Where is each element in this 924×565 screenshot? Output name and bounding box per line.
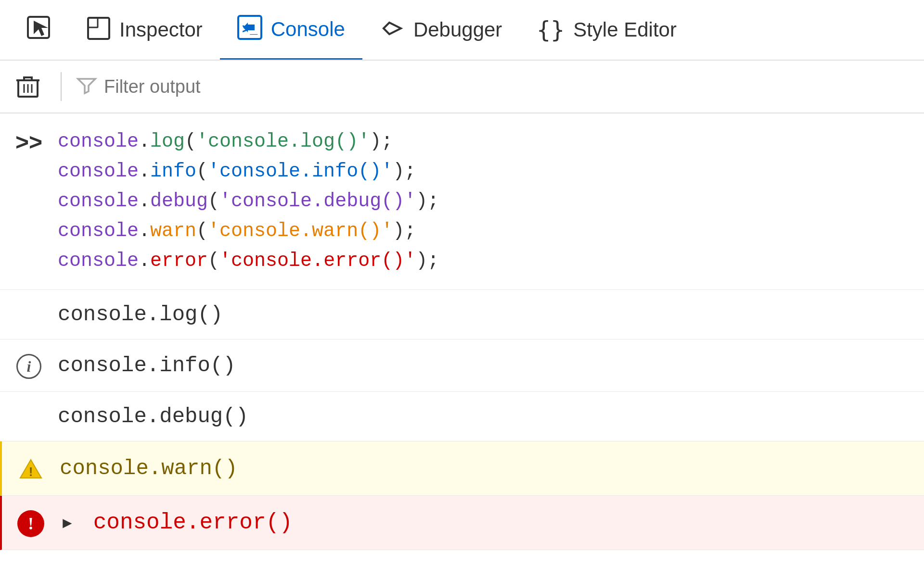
inspector-label: Inspector	[119, 18, 203, 41]
warn-output-text: console.warn()	[60, 456, 238, 480]
devtools-toolbar: Inspector >_ Console Debugger {} Style E…	[0, 0, 924, 61]
svg-rect-2	[88, 18, 98, 27]
expand-error-icon[interactable]: ►	[60, 514, 75, 532]
picker-button[interactable]	[10, 0, 69, 60]
debug-icon-placeholder	[14, 415, 43, 417]
debugger-label: Debugger	[413, 18, 502, 41]
code-line-log: console.log('console.log()');	[58, 127, 439, 157]
input-chevron-icon: >>	[14, 127, 43, 155]
output-error[interactable]: ! ► console.error()	[0, 496, 924, 550]
code-line-error: console.error('console.error()');	[58, 246, 439, 276]
filter-divider	[61, 72, 62, 101]
debugger-tab[interactable]: Debugger	[362, 0, 519, 60]
filter-input[interactable]	[104, 76, 914, 97]
console-output: >> console.log('console.log()'); console…	[0, 113, 924, 565]
code-lines: console.log('console.log()'); console.in…	[58, 127, 439, 276]
code-input-block: >> console.log('console.log()'); console…	[0, 113, 924, 290]
output-debug: console.debug()	[0, 392, 924, 441]
filter-bar	[0, 61, 924, 113]
console-icon: >_	[237, 15, 262, 43]
svg-rect-1	[88, 18, 109, 39]
info-output-text: console.info()	[58, 353, 236, 377]
output-log: console.log()	[0, 290, 924, 339]
info-icon-wrapper: i	[14, 352, 43, 379]
info-circle-icon: i	[16, 354, 41, 379]
log-icon-placeholder	[14, 314, 43, 315]
warning-triangle-icon: !	[17, 456, 44, 483]
main-content: >> console.log('console.log()'); console…	[0, 61, 924, 565]
inspector-tab[interactable]: Inspector	[69, 0, 220, 60]
style-editor-tab[interactable]: {} Style Editor	[519, 0, 694, 60]
inspector-icon	[87, 16, 111, 44]
output-info: i console.info()	[0, 339, 924, 392]
console-tab[interactable]: >_ Console	[220, 0, 362, 60]
log-output-text: console.log()	[58, 302, 223, 326]
clear-output-button[interactable]	[10, 68, 46, 106]
style-editor-icon: {}	[537, 18, 565, 41]
console-label: Console	[271, 18, 345, 41]
svg-text:!: !	[29, 465, 33, 479]
filter-icon	[76, 75, 97, 98]
cursor-icon	[27, 16, 52, 44]
error-icon-wrapper: !	[16, 508, 45, 537]
output-warn: ! console.warn()	[0, 441, 924, 496]
svg-text:>_: >_	[242, 21, 257, 36]
debug-output-text: console.debug()	[58, 404, 248, 428]
error-output-text: console.error()	[93, 510, 293, 535]
code-line-info: console.info('console.info()');	[58, 157, 439, 187]
debugger-icon	[380, 16, 405, 44]
style-editor-label: Style Editor	[573, 18, 677, 41]
error-circle-icon: !	[17, 510, 44, 537]
filter-input-wrapper	[76, 75, 914, 98]
trash-icon	[14, 73, 41, 101]
code-line-warn: console.warn('console.warn()');	[58, 216, 439, 246]
code-line-debug: console.debug('console.debug()');	[58, 187, 439, 216]
warn-icon-wrapper: !	[16, 454, 45, 483]
